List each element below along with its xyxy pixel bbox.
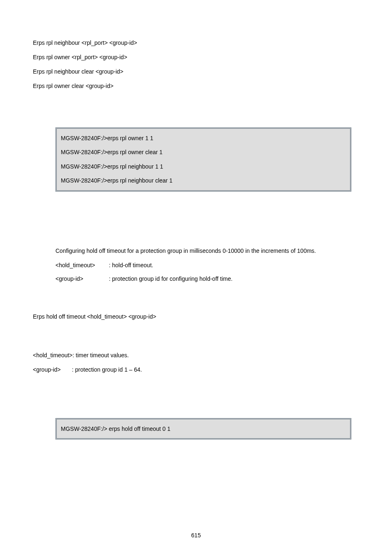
param-key: <group-id>	[33, 365, 72, 374]
example1-line-1: MGSW-28240F:/>erps rpl owner 1 1	[61, 134, 346, 143]
spacer	[33, 288, 359, 311]
param-key: <hold_timeout>	[55, 261, 109, 270]
page-number: 615	[0, 532, 392, 539]
description2-param-2: <group-id> : protection group id for con…	[55, 275, 359, 283]
syntax-2-line: Erps hold off timeout <hold_timeout> <gr…	[33, 312, 359, 321]
param-val: : protection group id 1 – 64.	[72, 365, 142, 374]
spacer	[33, 192, 359, 245]
syntax-line-4: Erps rpl owner clear <group-id>	[33, 82, 359, 90]
page-root: Erps rpl neighbour <rpl_port> <group-id>…	[0, 0, 392, 555]
example-box-1: MGSW-28240F:/>erps rpl owner 1 1 MGSW-28…	[55, 127, 351, 192]
example1-line-3: MGSW-28240F:/>erps rpl neighbour 1 1	[61, 162, 346, 171]
param-val: : protection group id for configuring ho…	[109, 275, 359, 283]
description2-param-1: <hold_timeout> : hold-off timeout.	[55, 261, 359, 270]
params2-line-2: <group-id> : protection group id 1 – 64.	[33, 365, 359, 374]
syntax-line-2: Erps rpl owner <rpl_port> <group-id>	[33, 53, 359, 62]
params2-line-1: <hold_timeout>: timer timeout values.	[33, 351, 359, 360]
example2-line-1: MGSW-28240F:/> erps hold off timeout 0 1	[61, 424, 346, 433]
description-block-2: Configuring hold off timeout for a prote…	[55, 247, 359, 283]
example-box-2: MGSW-28240F:/> erps hold off timeout 0 1	[55, 418, 351, 439]
syntax-line-1: Erps rpl neighbour <rpl_port> <group-id>	[33, 39, 359, 47]
param-key: <group-id>	[55, 275, 109, 283]
spacer	[33, 379, 359, 418]
example1-line-2: MGSW-28240F:/>erps rpl owner clear 1	[61, 148, 346, 157]
spacer	[33, 327, 359, 349]
param-val: : hold-off timeout.	[109, 261, 359, 270]
example1-line-4: MGSW-28240F:/>erps rpl neighbour clear 1	[61, 176, 346, 185]
syntax-line-3: Erps rpl neighbour clear <group-id>	[33, 67, 359, 76]
description2-intro: Configuring hold off timeout for a prote…	[55, 247, 359, 255]
